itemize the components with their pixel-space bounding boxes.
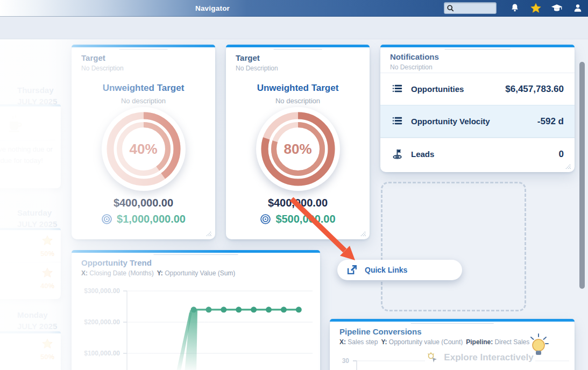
target-gauge: 40% (102, 107, 186, 191)
widget-drag-handle[interactable] (444, 49, 511, 49)
target-gauge: 80% (256, 107, 340, 191)
y-tick-300k: $300,000.00 (84, 287, 120, 295)
notification-value: -592 d (537, 116, 564, 127)
user-icon (572, 3, 583, 13)
no-tasks-message: You have nothing due or overdue for toda… (0, 140, 61, 172)
widget-title: Opportunity Trend (81, 258, 310, 267)
achieved-amount: $400,000.00 (72, 197, 215, 209)
opportunity-trend-widget: Opportunity Trend X: Closing Date (Month… (72, 250, 320, 370)
list-icon (391, 115, 403, 127)
star-icon (530, 2, 542, 14)
notification-label: Opportunities (411, 84, 464, 94)
widget-drag-handle[interactable] (273, 49, 322, 49)
metric-description: No description (226, 97, 370, 105)
widget-drop-placeholder (381, 182, 526, 311)
notifications-bell-button[interactable] (504, 0, 525, 16)
probability-percent: 50% (40, 353, 54, 361)
app-title: Navigator (195, 4, 230, 12)
bell-icon (509, 3, 520, 13)
no-tasks-card: You have nothing due or overdue for toda… (0, 104, 61, 188)
target-icon (260, 214, 271, 225)
learning-button[interactable] (546, 0, 567, 16)
search-box[interactable] (444, 2, 497, 14)
widget-drag-handle[interactable] (410, 323, 494, 324)
trend-line-chart: $300,000.00 $200,000.00 $100,000.00 (72, 287, 320, 370)
graduation-cap-icon (551, 2, 563, 14)
faded-activity-column: Thursday JULY 2025 You have nothing due … (0, 39, 70, 370)
resize-handle-icon[interactable] (564, 162, 571, 169)
y-tick-100k: $100,000.00 (84, 350, 120, 357)
top-navigation-bar: Navigator (0, 0, 588, 17)
search-icon (447, 4, 455, 12)
day-header-monday: Monday JULY 2025 (17, 309, 57, 332)
metric-description: No description (72, 97, 215, 105)
widget-title: Target (81, 53, 206, 62)
favorites-star-button[interactable] (525, 0, 546, 16)
notification-label: Opportunity Velocity (411, 117, 490, 126)
gauge-percent-label: 80% (256, 107, 340, 191)
y-tick-30: 30 (342, 357, 350, 365)
y-tick-200k: $200,000.00 (84, 318, 120, 326)
opportunity-tasks-card: 50% (0, 331, 61, 370)
topbar-actions (444, 0, 588, 16)
widget-drag-handle[interactable] (153, 254, 238, 255)
widget-title: Notifications (390, 52, 565, 61)
widget-accent-bar (380, 45, 575, 47)
notification-row-opportunity-velocity[interactable]: Opportunity Velocity -592 d (380, 105, 575, 138)
list-icon (391, 83, 403, 95)
widget-description: No Description (236, 65, 360, 72)
day-name: Thursday (17, 84, 57, 96)
widget-description: No Description (390, 63, 565, 71)
star-icon (41, 338, 54, 350)
notifications-list: Opportunities $6,457,783.60 Opportunity … (380, 73, 575, 170)
user-profile-button[interactable] (567, 0, 588, 16)
target-amount-row: $1,000,000.00 (72, 213, 215, 225)
day-name: Monday (17, 309, 57, 321)
coffee-cup-icon (4, 113, 26, 134)
explore-interactively-label: Explore Interactively (444, 352, 533, 363)
dashboard-toolbar (0, 16, 588, 39)
metric-title: Unweighted Target (72, 83, 215, 94)
notifications-widget: Notifications No Description Opportuniti… (380, 45, 575, 172)
star-icon (41, 234, 54, 246)
probability-percent: 40% (40, 282, 54, 290)
month-label: JULY 2025 (17, 321, 57, 332)
explore-interactively-hint[interactable]: Explore Interactively (425, 345, 535, 370)
target-widget-1: Target No Description Unweighted Target … (72, 45, 215, 239)
tutorial-arrow-annotation (284, 194, 365, 269)
notification-value: $6,457,783.60 (505, 84, 564, 95)
bulb-cursor-icon (427, 352, 438, 364)
target-icon (101, 214, 112, 225)
task-row[interactable]: Oppor... 40% (0, 262, 61, 294)
notification-row-leads[interactable]: Leads 0 (380, 138, 575, 170)
widget-drag-handle[interactable] (119, 49, 168, 49)
metric-title: Unweighted Target (226, 83, 370, 94)
widget-accent-bar (72, 45, 215, 47)
resize-handle-icon[interactable] (204, 229, 211, 236)
search-input[interactable] (455, 4, 491, 12)
widget-accent-bar (330, 319, 575, 322)
target-amount: $1,000,000.00 (117, 213, 186, 225)
opportunity-tasks-card: ma... Oppor... 50% Oppor... 40% (0, 228, 61, 299)
gauge-percent-label: 40% (102, 107, 186, 191)
notification-row-opportunities[interactable]: Opportunities $6,457,783.60 (380, 73, 575, 105)
chart-axes-subtitle: X: Closing Date (Months)Y: Opportunity V… (81, 269, 310, 277)
notification-label: Leads (411, 150, 434, 159)
day-header-saturday: Saturday JULY 2025 (17, 207, 57, 230)
probability-percent: 50% (40, 250, 54, 258)
task-row[interactable]: ma... Oppor... 50% (0, 230, 61, 262)
pipeline-conversions-widget: Pipeline Conversions X: Sales stepY: Opp… (330, 319, 575, 370)
vertical-scrollbar[interactable] (579, 62, 585, 289)
star-icon (41, 267, 54, 279)
day-name: Saturday (17, 207, 57, 218)
notification-value: 0 (559, 149, 564, 160)
task-row[interactable]: 50% (0, 333, 61, 365)
widget-accent-bar (72, 250, 320, 253)
day-header-thursday: Thursday JULY 2025 (17, 84, 57, 107)
quick-links-label: Quick Links (365, 266, 407, 274)
flag-icon (391, 148, 403, 160)
widget-accent-bar (226, 45, 370, 47)
lightbulb-icon (526, 332, 551, 358)
widget-title: Target (236, 53, 360, 62)
widget-description: No Description (81, 65, 206, 72)
